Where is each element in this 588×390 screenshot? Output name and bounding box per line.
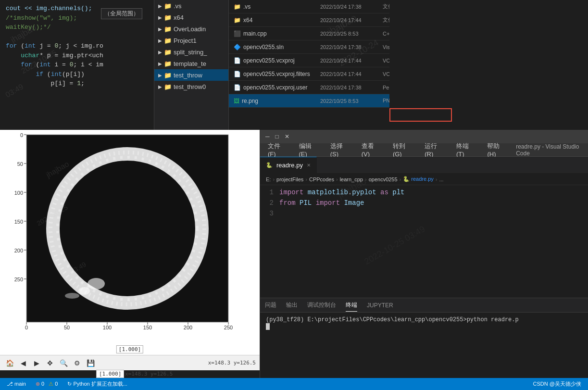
win-close[interactable]: ✕ bbox=[285, 133, 289, 140]
forward-button[interactable]: ▶ bbox=[31, 357, 42, 369]
expand-arrow: ▶ bbox=[158, 26, 162, 32]
tab-output[interactable]: 输出 bbox=[286, 299, 298, 311]
svg-text:0: 0 bbox=[25, 325, 28, 330]
breadcrumb-e: E: bbox=[266, 176, 271, 182]
file-row-sln[interactable]: 🔷opencv0255.sln 2022/10/24 17:38 Visual … bbox=[229, 40, 389, 54]
tree-item-label: template_te bbox=[174, 60, 206, 67]
line-number-1: 1 bbox=[260, 187, 279, 198]
tab-jupyter[interactable]: JUPYTER bbox=[367, 300, 393, 311]
tree-item-template[interactable]: ▶ 📁 template_te bbox=[154, 58, 228, 69]
menu-run[interactable]: 运行(R) bbox=[422, 141, 446, 159]
win-minus[interactable]: ─ bbox=[265, 133, 270, 140]
line-number-3: 3 bbox=[260, 208, 279, 219]
tree-item-test-throw0[interactable]: ▶ 📁 test_throw0 bbox=[154, 81, 228, 92]
menu-file[interactable]: 文件(F) bbox=[265, 141, 288, 159]
breadcrumb-sep-4: › bbox=[365, 176, 367, 182]
pan-button[interactable]: ✥ bbox=[44, 357, 56, 369]
file-name-text: re.png bbox=[242, 98, 258, 104]
file-row-maincpp[interactable]: ⬛main.cpp 2022/10/25 8:53 C++ Source 8 K… bbox=[229, 27, 389, 40]
svg-text:0: 0 bbox=[20, 132, 23, 138]
svg-text:200: 200 bbox=[184, 325, 192, 330]
tree-item-label: split_string_ bbox=[174, 49, 207, 56]
breadcrumb-opencv[interactable]: opencv0255 bbox=[369, 176, 398, 182]
folder-icon: 📁 bbox=[164, 14, 172, 21]
tree-item-label: x64 bbox=[174, 14, 184, 21]
folder-icon: 📁 bbox=[164, 37, 172, 44]
breadcrumb-bar: E: › projectFiles › CPPcodes › learn_cpp… bbox=[260, 174, 588, 185]
save-button[interactable]: 💾 bbox=[85, 357, 96, 369]
tree-item-overloading[interactable]: ▶ 📁 OverLoadin bbox=[154, 23, 228, 35]
mpl-coordinates: x=148.3 y=126.5 bbox=[125, 371, 173, 377]
expand-arrow: ▶ bbox=[158, 38, 162, 43]
tree-item-label: Project1 bbox=[174, 37, 197, 44]
sln-icon: 🔷 bbox=[234, 44, 241, 50]
menu-select[interactable]: 选择(S) bbox=[327, 141, 351, 159]
mpl-figure: 0 50 100 150 200 250 0 50 100 150 200 25… bbox=[0, 130, 260, 370]
tab-terminal[interactable]: 终端 bbox=[346, 299, 357, 312]
file-type: Visual Studio Sol... bbox=[383, 44, 389, 50]
file-type: Per-User Project... bbox=[383, 85, 389, 90]
tree-item-split[interactable]: ▶ 📁 split_string_ bbox=[154, 46, 228, 58]
tree-item-project1[interactable]: ▶ 📁 Project1 bbox=[154, 35, 228, 46]
breadcrumb-projectfiles[interactable]: projectFiles bbox=[276, 176, 303, 182]
file-name-text: main.cpp bbox=[243, 30, 267, 37]
menu-goto[interactable]: 转到(G) bbox=[390, 141, 414, 159]
menu-help[interactable]: 帮助(H) bbox=[484, 141, 508, 159]
file-row-x64[interactable]: 📁x64 2022/10/24 17:44 文件夹 bbox=[229, 13, 389, 27]
file-row-repng[interactable]: 🖼re.png 2022/10/25 8:53 PNG 文件 2 KB bbox=[229, 94, 389, 108]
status-left: ⎇ main ⊗ 0 ⚠ 0 ↻ Python 扩展正在加载... bbox=[5, 380, 129, 388]
breadcrumb-learncpp[interactable]: learn_cpp bbox=[340, 176, 363, 182]
tab-problems[interactable]: 问题 bbox=[265, 299, 276, 311]
file-row-user[interactable]: 📄opencv0255.vcxproj.user 2022/10/24 17:3… bbox=[229, 81, 389, 94]
tree-item-x64[interactable]: ▶ 📁 x64 bbox=[154, 12, 228, 23]
expand-arrow: ▶ bbox=[158, 73, 162, 78]
menu-bar: 文件(F) 编辑(E) 选择(S) 查看(V) 转到(G) 运行(R) 终端(T… bbox=[260, 143, 588, 157]
back-button[interactable]: ◀ bbox=[17, 357, 29, 369]
python-file-icon: 🐍 bbox=[266, 162, 273, 168]
source-control-btn[interactable]: ⎇ main bbox=[5, 381, 28, 387]
file-type: PNG 文件 bbox=[383, 97, 389, 104]
file-row-vcxproj[interactable]: 📄opencv0255.vcxproj 2022/10/24 17:44 VC+… bbox=[229, 54, 389, 67]
tab-readre[interactable]: 🐍 readre.py ✕ bbox=[260, 157, 317, 173]
home-button[interactable]: 🏠 bbox=[4, 357, 15, 369]
file-name-text: x64 bbox=[243, 17, 252, 24]
file-date: 2022/10/24 17:38 bbox=[320, 85, 383, 90]
tree-item-vs[interactable]: ▶ 📁 .vs bbox=[154, 0, 228, 12]
status-right: CSDN @吴天德少侠 bbox=[531, 380, 583, 388]
settings-button[interactable]: ⚙ bbox=[71, 357, 83, 369]
win-max[interactable]: □ bbox=[275, 133, 279, 140]
terminal-prompt: (py38_tf28) E:\projectFiles\CPPcodes\lea… bbox=[266, 316, 519, 323]
png-icon: 🖼 bbox=[234, 98, 239, 104]
menu-view[interactable]: 查看(V) bbox=[359, 141, 382, 159]
python-editor[interactable]: 1 import matplotlib.pyplot as plt 2 from… bbox=[260, 185, 588, 298]
matplotlib-panel: 0 50 100 150 200 250 0 50 100 150 200 25… bbox=[0, 130, 260, 370]
file-name-text: opencv0255.sln bbox=[243, 44, 284, 50]
menu-edit[interactable]: 编辑(E) bbox=[296, 141, 320, 159]
file-date: 2022/10/24 17:44 bbox=[320, 71, 383, 77]
tab-close-button[interactable]: ✕ bbox=[307, 163, 311, 168]
svg-text:50: 50 bbox=[17, 161, 23, 167]
error-indicator[interactable]: ⊗ 0 ⚠ 0 bbox=[34, 381, 60, 387]
tree-item-test-throw[interactable]: ▶ 📁 test_throw bbox=[154, 69, 228, 81]
tab-debug-console[interactable]: 调试控制台 bbox=[307, 299, 336, 311]
zoom-button[interactable]: 🔍 bbox=[58, 357, 69, 369]
global-scope-note: （全局范围） bbox=[101, 8, 142, 19]
warning-icon: ⚠ bbox=[49, 381, 53, 387]
file-date: 2022/10/24 17:38 bbox=[320, 44, 383, 50]
folder-icon: 📁 bbox=[164, 83, 172, 90]
menu-terminal[interactable]: 终端(T) bbox=[453, 141, 477, 159]
status-bar: ⎇ main ⊗ 0 ⚠ 0 ↻ Python 扩展正在加载... CSDN @… bbox=[0, 378, 588, 390]
terminal-panel: 问题 输出 调试控制台 终端 JUPYTER (py38_tf28) E:\pr… bbox=[260, 298, 588, 390]
terminal-tab-bar: 问题 输出 调试控制台 终端 JUPYTER bbox=[260, 298, 588, 313]
svg-text:150: 150 bbox=[14, 219, 23, 225]
code-line-3: 3 bbox=[260, 208, 588, 219]
file-row-vs[interactable]: 📁.vs 2022/10/24 17:38 文件夹 bbox=[229, 0, 389, 13]
breadcrumb-cppcodes[interactable]: CPPcodes bbox=[309, 176, 334, 182]
python-loading[interactable]: ↻ Python 扩展正在加载... bbox=[65, 380, 129, 388]
file-row-filters[interactable]: 📄opencv0255.vcxproj.filters 2022/10/24 1… bbox=[229, 67, 389, 81]
code-line-1: 1 import matplotlib.pyplot as plt bbox=[260, 187, 588, 198]
breadcrumb-ellipsis: ... bbox=[439, 176, 443, 182]
tree-item-label: test_throw0 bbox=[174, 83, 206, 90]
file-list: 📁.vs 2022/10/24 17:38 文件夹 📁x64 2022/10/2… bbox=[229, 0, 389, 130]
breadcrumb-file[interactable]: 🐍 readre.py bbox=[403, 176, 434, 182]
